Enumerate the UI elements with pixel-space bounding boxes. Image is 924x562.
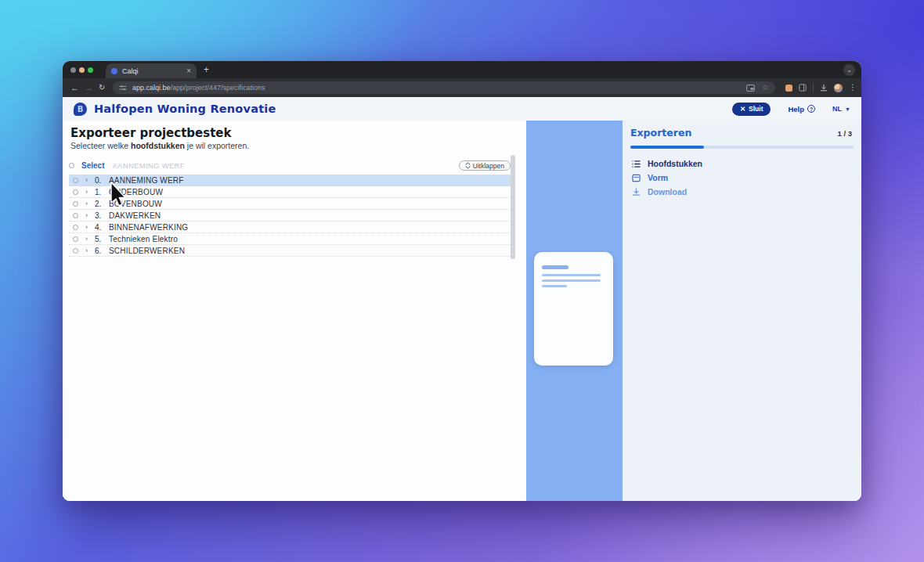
macos-minimize-button[interactable] [79, 67, 85, 73]
progress-bar [630, 146, 854, 149]
chapter-radio[interactable] [73, 213, 78, 218]
select-ghost-text: AANNEMING WERF [112, 161, 184, 170]
chevron-right-icon[interactable]: › [85, 212, 88, 219]
wizard-steps: Hoofdstukken Vorm Download [632, 157, 702, 199]
tab-strip: Calqi × + ⌄ [63, 61, 861, 78]
chapter-label: Technieken Elektro [109, 235, 178, 243]
profile-avatar[interactable] [834, 84, 843, 92]
tab-search-chevron-icon[interactable]: ⌄ [843, 64, 855, 76]
chevron-right-icon[interactable]: › [85, 236, 88, 243]
doc-text-line [542, 274, 601, 276]
chapter-row[interactable]: › 6. SCHILDERWERKEN [69, 245, 511, 257]
chapter-row[interactable]: › 4. BINNENAFWERKING [69, 222, 511, 233]
pinned-extension-icon[interactable] [785, 85, 792, 92]
address-bar[interactable]: app.calqi.be/app/project/447/specificati… [113, 81, 775, 94]
chevron-right-icon[interactable]: › [85, 224, 88, 231]
chevron-down-icon: ▼ [845, 106, 850, 112]
doc-title-line [542, 265, 568, 269]
page-title: Exporteer projectbestek [70, 126, 231, 140]
chapter-radio[interactable] [73, 178, 78, 183]
chapter-number: 1. [95, 188, 105, 196]
document-preview-panel [526, 121, 623, 501]
chapter-label: BINNENAFWERKING [109, 223, 188, 232]
tab-title: Calqi [122, 67, 182, 75]
chapter-radio[interactable] [73, 225, 78, 230]
site-settings-icon[interactable] [119, 84, 127, 92]
chapter-number: 5. [95, 235, 105, 243]
chapter-number: 0. [95, 176, 105, 185]
chapter-row[interactable]: › 0. AANNEMING WERF [69, 175, 511, 186]
expand-all-button[interactable]: Uitklappen [459, 160, 511, 171]
chapter-number: 4. [95, 223, 105, 232]
reload-icon[interactable]: ↻ [99, 82, 105, 93]
bookmark-star-icon[interactable]: ☆ [762, 84, 769, 92]
calqi-logo: B [74, 103, 87, 116]
calqi-favicon [111, 68, 117, 74]
chapter-list: › 0. AANNEMING WERF › 1. ONDERBOUW › [69, 175, 511, 257]
mouse-cursor [110, 182, 126, 207]
doc-text-line [542, 279, 601, 282]
export-main-panel: Exporteer projectbestek Selecteer welke … [63, 121, 526, 501]
chapter-radio[interactable] [73, 248, 78, 254]
step-counter: 1 / 3 [838, 129, 853, 138]
chapter-label: DAKWERKEN [109, 211, 161, 220]
question-circle-icon: ? [807, 105, 815, 113]
browser-toolbar: ← → ↻ app.calqi.be/app/project/447/speci… [63, 78, 861, 97]
chapter-number: 3. [95, 211, 105, 220]
macos-close-button[interactable] [70, 67, 76, 73]
tab-close-icon[interactable]: × [186, 67, 191, 75]
select-all-radio[interactable] [69, 163, 74, 168]
browser-window: Calqi × + ⌄ ← → ↻ app.calqi.be/app/proje… [63, 61, 861, 501]
side-panel-icon[interactable] [799, 84, 807, 92]
document-preview-card [534, 252, 613, 366]
close-export-button[interactable]: ✕ Sluit [732, 103, 771, 116]
downloads-icon[interactable] [820, 84, 828, 92]
project-title: Halfopen Woning Renovatie [94, 103, 276, 115]
form-icon [632, 174, 641, 182]
chapter-radio[interactable] [73, 189, 78, 195]
back-icon[interactable]: ← [70, 82, 79, 93]
select-all-row: Select AANNEMING WERF Uitklappen [69, 160, 511, 171]
numbered-list-icon [632, 160, 641, 168]
chapter-row[interactable]: › 2. BOVENBOUW [69, 198, 511, 210]
chevron-right-icon[interactable]: › [85, 200, 88, 207]
chevron-right-icon[interactable]: › [85, 189, 88, 196]
chapter-label: SCHILDERWERKEN [109, 247, 185, 255]
help-button[interactable]: Help ? [788, 105, 815, 113]
close-icon: ✕ [740, 105, 745, 113]
export-wizard-panel: Exporteren 1 / 3 Hoofdstukken [623, 121, 861, 501]
select-all-label[interactable]: Select [81, 161, 104, 170]
app-header: B Halfopen Woning Renovatie ✕ Sluit Help… [63, 97, 861, 121]
list-scrollbar[interactable] [511, 155, 515, 259]
page-subtitle: Selecteer welke hoofdstukken je wil expo… [70, 141, 249, 150]
macos-zoom-button[interactable] [88, 67, 93, 73]
toolbar-divider [813, 84, 814, 92]
forward-icon[interactable]: → [85, 82, 93, 93]
unfold-icon [465, 162, 471, 169]
chapter-number: 2. [95, 200, 105, 208]
new-tab-button[interactable]: + [204, 64, 209, 75]
url-text: app.calqi.be/app/project/447/specificati… [132, 84, 265, 92]
browser-menu-icon[interactable]: ⋮ [849, 84, 857, 92]
chapter-radio[interactable] [73, 201, 78, 207]
chapter-number: 6. [95, 247, 105, 255]
step-download[interactable]: Download [632, 185, 702, 199]
chapter-row[interactable]: › 5. Technieken Elektro [69, 233, 511, 245]
step-vorm[interactable]: Vorm [632, 171, 702, 185]
chapter-radio[interactable] [73, 236, 78, 242]
download-icon [632, 188, 641, 196]
doc-text-line [542, 285, 567, 287]
chevron-right-icon[interactable]: › [85, 247, 88, 254]
wizard-title: Exporteren [630, 127, 691, 139]
step-hoofdstukken[interactable]: Hoofdstukken [632, 157, 702, 171]
browser-tab[interactable]: Calqi × [106, 63, 197, 78]
chapter-row[interactable]: › 3. DAKWERKEN [69, 210, 511, 222]
language-selector[interactable]: NL ▼ [832, 105, 850, 113]
chevron-right-icon[interactable]: › [85, 177, 88, 184]
app-page: B Halfopen Woning Renovatie ✕ Sluit Help… [63, 97, 861, 501]
progress-fill [630, 146, 704, 149]
chapter-row[interactable]: › 1. ONDERBOUW [69, 186, 511, 198]
picture-in-picture-icon[interactable] [746, 85, 755, 92]
